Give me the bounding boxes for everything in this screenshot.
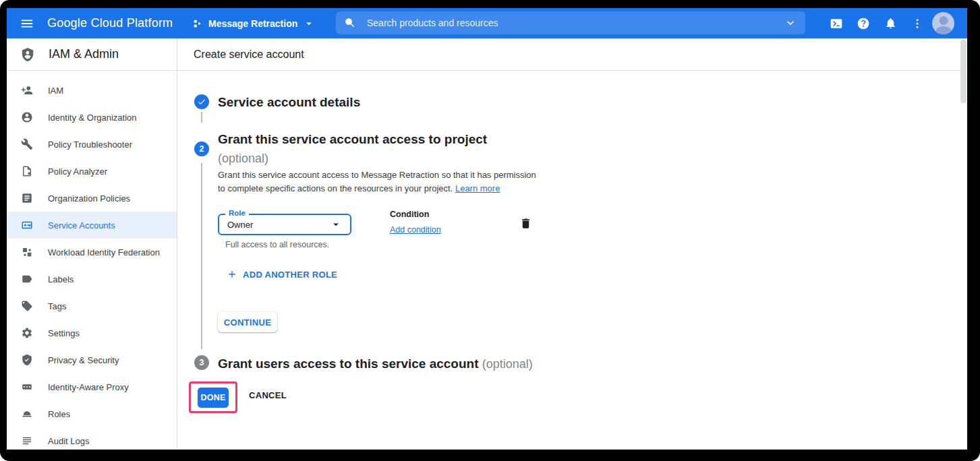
sidebar-item-label: Labels: [48, 274, 74, 284]
step2-title: Grant this service account access to pro…: [218, 130, 487, 168]
search-input[interactable]: [366, 17, 784, 29]
sidebar-item-label: Service Accounts: [48, 220, 115, 230]
sidebar-item-organization-policies[interactable]: Organization Policies: [7, 185, 177, 212]
label-icon: [21, 273, 33, 285]
gcp-console-window: Google Cloud Platform Message Retraction: [7, 8, 967, 450]
step1-title: Service account details: [218, 93, 360, 112]
plus-icon: [227, 269, 237, 280]
hat-icon: [21, 408, 33, 420]
page-title: Create service account: [194, 49, 304, 61]
service-account-key-icon: [21, 219, 33, 231]
project-selector[interactable]: Message Retraction: [191, 8, 315, 38]
sidebar-item-policy-analyzer[interactable]: Policy Analyzer: [7, 158, 177, 185]
iam-shield-icon: [20, 47, 35, 62]
role-help-text: Full access to all resources.: [225, 240, 329, 249]
avatar-torso: [935, 26, 951, 34]
dropdown-caret-icon: [330, 218, 342, 230]
sidebar-item-label: Identity-Aware Proxy: [48, 382, 129, 392]
sidebar-item-tags[interactable]: Tags: [7, 293, 177, 319]
gcp-logo[interactable]: Google Cloud Platform: [47, 8, 173, 38]
tag-icon: [21, 300, 33, 312]
sidebar-list: IAMIdentity & OrganizationPolicy Trouble…: [7, 71, 177, 450]
caret-down-icon: [303, 18, 315, 30]
person-add-icon: [21, 84, 33, 96]
step-connector: [201, 163, 202, 349]
step-connector: [201, 112, 202, 123]
sidebar-item-label: Tags: [48, 301, 66, 311]
condition-label: Condition: [390, 210, 429, 219]
list-lines-icon: [21, 435, 33, 447]
shield-check-icon: [21, 354, 33, 366]
account-circle-icon: [21, 111, 33, 123]
sidebar-item-label: Privacy & Security: [48, 355, 119, 365]
page-header: Create service account: [177, 38, 967, 71]
step3-optional-label: (optional): [482, 357, 533, 371]
sidebar-item-settings[interactable]: Settings: [7, 319, 177, 346]
add-condition-link[interactable]: Add condition: [390, 225, 441, 235]
sidebar-item-label: Policy Analyzer: [48, 166, 107, 177]
hamburger-menu-icon[interactable]: [18, 8, 36, 38]
cancel-button[interactable]: CANCEL: [249, 385, 287, 405]
done-button[interactable]: DONE: [198, 388, 229, 408]
step3-title: Grant users access to this service accou…: [218, 355, 533, 373]
sidebar-item-label: Workload Identity Federation: [48, 247, 160, 257]
sidebar-item-identity-organization[interactable]: Identity & Organization: [7, 104, 177, 131]
account-avatar[interactable]: [932, 12, 954, 34]
continue-button[interactable]: CONTINUE: [218, 312, 277, 332]
sidebar-item-identity-aware-proxy[interactable]: Identity-Aware Proxy: [7, 373, 177, 400]
chevron-down-icon[interactable]: [784, 16, 797, 30]
main-panel: Create service account Service account d…: [177, 38, 967, 450]
sidebar-item-privacy-security[interactable]: Privacy & Security: [7, 346, 177, 373]
delete-role-trash-icon[interactable]: [518, 216, 533, 230]
gear-icon: [21, 327, 33, 339]
sidebar-item-labels[interactable]: Labels: [7, 266, 177, 293]
sidebar-item-policy-troubleshooter[interactable]: Policy Troubleshooter: [7, 131, 177, 158]
sidebar-item-service-accounts[interactable]: Service Accounts: [7, 212, 177, 239]
step2-optional-label: (optional): [218, 152, 268, 165]
notifications-bell-icon[interactable]: [877, 8, 904, 38]
iam-admin-sidebar: IAM & Admin IAMIdentity & OrganizationPo…: [7, 38, 177, 450]
sidebar-header: IAM & Admin: [7, 38, 177, 71]
sidebar-item-label: Policy Troubleshooter: [48, 140, 132, 150]
annotation-highlight-box: DONE: [189, 381, 237, 413]
step2-description: Grant this service account access to Mes…: [218, 168, 544, 195]
avatar-head: [939, 16, 948, 25]
sidebar-item-label: Organization Policies: [48, 193, 130, 204]
sidebar-item-label: Audit Logs: [48, 436, 89, 446]
project-icon: [191, 18, 203, 30]
search-bar[interactable]: [336, 11, 805, 34]
cloud-shell-icon[interactable]: [823, 8, 850, 38]
sidebar-item-label: Settings: [48, 328, 80, 338]
sidebar-title: IAM & Admin: [49, 47, 119, 61]
sidebar-item-label: IAM: [48, 86, 63, 96]
project-name: Message Retraction: [208, 18, 297, 29]
proxy-icon: [21, 381, 33, 393]
search-icon: [344, 17, 356, 29]
workload-identity-icon: [21, 246, 33, 258]
role-selected-value: Owner: [227, 220, 253, 230]
sidebar-item-roles[interactable]: Roles: [7, 400, 177, 427]
scrollbar-thumb[interactable]: [960, 40, 967, 103]
article-icon: [21, 192, 33, 204]
add-another-role-button[interactable]: ADD ANOTHER ROLE: [227, 269, 337, 280]
help-icon[interactable]: [850, 8, 877, 38]
role-field-label: Role: [225, 209, 249, 217]
top-app-bar: Google Cloud Platform Message Retraction: [7, 8, 967, 38]
screenshot-frame: Google Cloud Platform Message Retraction: [0, 0, 980, 461]
sidebar-item-label: Roles: [48, 409, 70, 419]
step1-check-circle: [194, 94, 209, 109]
wrench-icon: [21, 138, 33, 150]
sidebar-item-label: Identity & Organization: [48, 113, 137, 123]
sidebar-item-iam[interactable]: IAM: [7, 77, 177, 104]
sidebar-item-workload-identity-federation[interactable]: Workload Identity Federation: [7, 239, 177, 266]
topbar-actions: [823, 8, 954, 38]
more-vertical-icon[interactable]: [904, 8, 931, 38]
stepper-content: Service account details 2 Grant this ser…: [177, 71, 967, 450]
document-gear-icon: [21, 165, 33, 177]
learn-more-link[interactable]: Learn more: [455, 183, 500, 193]
step3-number-circle: 3: [194, 355, 209, 370]
sidebar-item-audit-logs[interactable]: Audit Logs: [7, 427, 177, 450]
step2-number-circle: 2: [194, 142, 209, 156]
